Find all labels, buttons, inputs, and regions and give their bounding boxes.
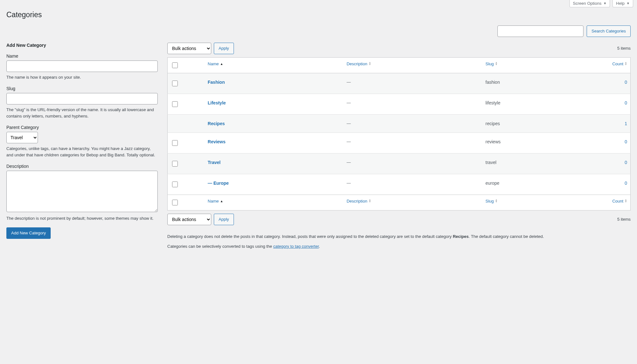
table-row: Travel—travel0 xyxy=(168,153,631,174)
sort-icon: ▲▼ xyxy=(495,199,498,203)
count-link[interactable]: 0 xyxy=(625,160,627,165)
description-desc: The description is not prominent by defa… xyxy=(6,215,158,222)
table-row: Lifestyle—lifestyle0 xyxy=(168,94,631,114)
apply-button-bottom[interactable]: Apply xyxy=(214,214,234,225)
sort-icon: ▲▼ xyxy=(369,199,371,203)
select-all-top[interactable] xyxy=(172,62,178,68)
col-header-description[interactable]: Description▲▼ xyxy=(347,61,371,66)
table-row: Reviews—reviews0 xyxy=(168,132,631,153)
help-tab[interactable]: Help ▼ xyxy=(612,0,633,7)
row-checkbox[interactable] xyxy=(172,140,178,146)
name-input[interactable] xyxy=(6,61,158,72)
page-title: Categories xyxy=(6,7,631,21)
screen-options-label: Screen Options xyxy=(573,1,602,6)
search-input[interactable] xyxy=(497,25,583,37)
item-count-bottom: 5 items xyxy=(617,217,631,222)
row-description: — xyxy=(344,174,482,195)
slug-label: Slug xyxy=(6,86,158,91)
row-description: — xyxy=(344,94,482,114)
row-checkbox[interactable] xyxy=(172,161,178,167)
col-footer-description[interactable]: Description▲▼ xyxy=(347,199,371,203)
category-link[interactable]: Travel xyxy=(208,160,221,165)
slug-desc: The "slug" is the URL-friendly version o… xyxy=(6,107,158,119)
row-slug: reviews xyxy=(482,132,584,153)
row-slug: travel xyxy=(482,153,584,174)
sort-icon: ▲▼ xyxy=(625,62,627,66)
count-link[interactable]: 0 xyxy=(625,139,627,144)
col-footer-slug[interactable]: Slug▲▼ xyxy=(486,199,498,203)
form-title: Add New Category xyxy=(6,43,158,48)
slug-input[interactable] xyxy=(6,93,158,104)
row-slug: fashion xyxy=(482,73,584,94)
table-row: Fashion—fashion0 xyxy=(168,73,631,94)
table-row: — Europe—europe0 xyxy=(168,174,631,195)
help-label: Help xyxy=(616,1,625,6)
col-header-count[interactable]: Count▲▼ xyxy=(612,61,627,66)
row-description: — xyxy=(344,153,482,174)
category-link[interactable]: Fashion xyxy=(208,80,225,85)
col-footer-name[interactable]: Name▲ xyxy=(208,199,223,203)
row-description: — xyxy=(344,132,482,153)
row-checkbox[interactable] xyxy=(172,81,178,86)
description-label: Description xyxy=(6,164,158,169)
item-count-top: 5 items xyxy=(617,46,631,51)
caret-down-icon: ▼ xyxy=(626,2,630,5)
category-link[interactable]: Recipes xyxy=(208,121,225,126)
row-slug: recipes xyxy=(482,114,584,132)
sort-asc-icon: ▲ xyxy=(220,199,223,203)
sort-icon: ▲▼ xyxy=(625,199,627,203)
parent-category-select[interactable]: Travel xyxy=(6,132,38,143)
table-row: Recipes—recipes1 xyxy=(168,114,631,132)
category-link[interactable]: Reviews xyxy=(208,139,226,144)
col-footer-count[interactable]: Count▲▼ xyxy=(612,199,627,203)
row-slug: lifestyle xyxy=(482,94,584,114)
row-slug: europe xyxy=(482,174,584,195)
row-description: — xyxy=(344,114,482,132)
bulk-actions-select-top[interactable]: Bulk actions xyxy=(167,43,211,54)
footer-notes: Deleting a category does not delete the … xyxy=(167,233,631,250)
add-new-category-button[interactable]: Add New Category xyxy=(6,227,51,239)
screen-options-tab[interactable]: Screen Options ▼ xyxy=(569,0,610,7)
row-checkbox[interactable] xyxy=(172,101,178,107)
description-textarea[interactable] xyxy=(6,171,158,212)
count-link[interactable]: 0 xyxy=(625,100,627,105)
count-link[interactable]: 1 xyxy=(625,121,627,126)
category-link[interactable]: Lifestyle xyxy=(208,100,226,105)
caret-down-icon: ▼ xyxy=(603,2,606,5)
bulk-actions-select-bottom[interactable]: Bulk actions xyxy=(167,214,211,225)
categories-table: Name▲ Description▲▼ Slug▲▼ Count▲▼ Fashi… xyxy=(167,57,631,211)
search-categories-button[interactable]: Search Categories xyxy=(587,25,631,37)
row-description: — xyxy=(344,73,482,94)
category-link[interactable]: — Europe xyxy=(208,181,229,186)
count-link[interactable]: 0 xyxy=(625,80,627,85)
col-header-slug[interactable]: Slug▲▼ xyxy=(486,61,498,66)
name-desc: The name is how it appears on your site. xyxy=(6,74,158,81)
row-checkbox[interactable] xyxy=(172,182,178,187)
col-header-name[interactable]: Name▲ xyxy=(208,61,223,66)
apply-button-top[interactable]: Apply xyxy=(214,43,234,54)
sort-asc-icon: ▲ xyxy=(220,62,223,66)
name-label: Name xyxy=(6,54,158,59)
count-link[interactable]: 0 xyxy=(625,181,627,186)
sort-icon: ▲▼ xyxy=(369,62,371,66)
parent-category-desc: Categories, unlike tags, can have a hier… xyxy=(6,146,158,158)
default-category-name: Recipes xyxy=(453,234,469,239)
sort-icon: ▲▼ xyxy=(495,62,498,66)
parent-category-label: Parent Category xyxy=(6,125,158,130)
select-all-bottom[interactable] xyxy=(172,200,178,205)
category-to-tag-converter-link[interactable]: category to tag converter xyxy=(273,244,319,249)
